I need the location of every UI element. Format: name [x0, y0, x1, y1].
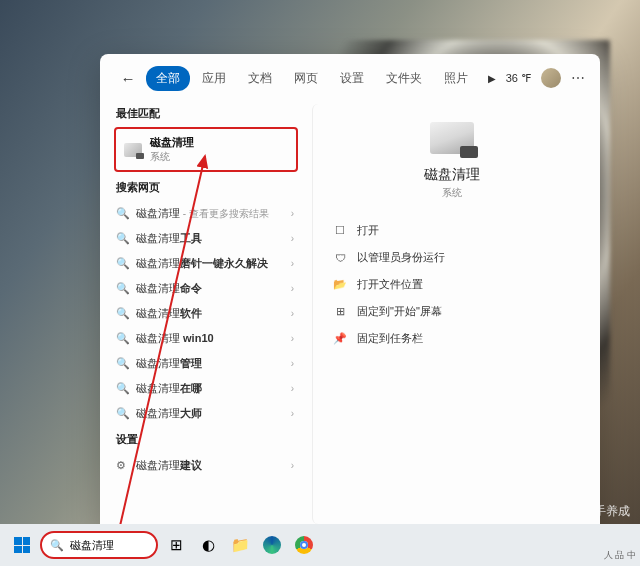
web-search-item-2[interactable]: 🔍磁盘清理磨针一键永久解决›: [114, 251, 308, 276]
web-item-text: 磁盘清理大师: [136, 406, 291, 421]
web-item-text: 磁盘清理管理: [136, 356, 291, 371]
web-item-text: 磁盘清理命令: [136, 281, 291, 296]
search-panel: ← 全部应用文档网页设置文件夹照片 ▶ 36 ℉ ⋯ 最佳匹配 磁盘清理 系统 …: [100, 54, 600, 534]
web-item-text: 磁盘清理 - 查看更多搜索结果: [136, 206, 291, 221]
open-icon: ☐: [333, 224, 347, 237]
file-explorer-button[interactable]: 📁: [226, 531, 254, 559]
user-avatar[interactable]: [541, 68, 561, 88]
chevron-right-icon: ›: [291, 308, 294, 319]
chevron-right-icon: ›: [291, 208, 294, 219]
settings-icon: ⚙: [116, 459, 130, 472]
settings-item-text: 磁盘清理建议: [136, 458, 291, 473]
app-title: 磁盘清理: [424, 166, 480, 184]
results-column: 最佳匹配 磁盘清理 系统 搜索网页 🔍磁盘清理 - 查看更多搜索结果›🔍磁盘清理…: [100, 100, 308, 534]
ime-indicator[interactable]: 人 品 中: [604, 549, 636, 562]
search-icon: 🔍: [116, 407, 130, 420]
action-open[interactable]: ☐打开: [327, 218, 576, 243]
best-match-title: 磁盘清理: [150, 135, 194, 150]
taskbar: 🔍 ⊞ ◐ 📁: [0, 524, 640, 566]
app-subtitle: 系统: [442, 186, 462, 200]
settings-suggestion-item[interactable]: ⚙ 磁盘清理建议 ›: [114, 453, 308, 478]
edge-button[interactable]: [258, 531, 286, 559]
settings-label: 设置: [116, 432, 308, 447]
search-icon: 🔍: [116, 307, 130, 320]
chevron-right-icon: ›: [291, 460, 294, 471]
chevron-right-icon: ›: [291, 383, 294, 394]
admin-icon: 🛡: [333, 252, 347, 264]
filter-tab-6[interactable]: 照片: [434, 66, 478, 91]
web-search-item-8[interactable]: 🔍磁盘清理大师›: [114, 401, 308, 426]
folder-icon: 📂: [333, 278, 347, 291]
task-view-button[interactable]: ⊞: [162, 531, 190, 559]
disk-cleanup-icon: [124, 143, 142, 157]
edge-icon: [263, 536, 281, 554]
chevron-right-icon: ›: [291, 333, 294, 344]
chrome-icon: [295, 536, 313, 554]
action-pin-start[interactable]: ⊞固定到"开始"屏幕: [327, 299, 576, 324]
search-icon: 🔍: [116, 357, 130, 370]
filter-tab-4[interactable]: 设置: [330, 66, 374, 91]
action-label: 固定到任务栏: [357, 331, 423, 346]
web-search-item-4[interactable]: 🔍磁盘清理软件›: [114, 301, 308, 326]
web-item-text: 磁盘清理 win10: [136, 331, 291, 346]
web-item-text: 磁盘清理软件: [136, 306, 291, 321]
web-search-item-7[interactable]: 🔍磁盘清理在哪›: [114, 376, 308, 401]
start-button[interactable]: [8, 531, 36, 559]
best-match-result[interactable]: 磁盘清理 系统: [114, 127, 298, 172]
action-label: 固定到"开始"屏幕: [357, 304, 442, 319]
web-search-item-6[interactable]: 🔍磁盘清理管理›: [114, 351, 308, 376]
action-admin[interactable]: 🛡以管理员身份运行: [327, 245, 576, 270]
chevron-right-icon: ›: [291, 408, 294, 419]
web-item-text: 磁盘清理在哪: [136, 381, 291, 396]
chevron-right-icon: ›: [291, 258, 294, 269]
filter-tab-5[interactable]: 文件夹: [376, 66, 432, 91]
search-icon: 🔍: [116, 257, 130, 270]
web-search-item-0[interactable]: 🔍磁盘清理 - 查看更多搜索结果›: [114, 201, 308, 226]
action-label: 打开文件位置: [357, 277, 423, 292]
pin-start-icon: ⊞: [333, 305, 347, 318]
search-icon: 🔍: [116, 207, 130, 220]
web-search-item-5[interactable]: 🔍磁盘清理 win10›: [114, 326, 308, 351]
best-match-label: 最佳匹配: [116, 106, 308, 121]
chevron-right-icon: ›: [291, 358, 294, 369]
web-search-item-3[interactable]: 🔍磁盘清理命令›: [114, 276, 308, 301]
search-icon: 🔍: [116, 232, 130, 245]
web-search-label: 搜索网页: [116, 180, 308, 195]
weather-widget[interactable]: 36 ℉: [506, 72, 531, 85]
action-label: 打开: [357, 223, 379, 238]
filter-tab-1[interactable]: 应用: [192, 66, 236, 91]
more-options-icon[interactable]: ⋯: [571, 70, 586, 86]
back-button[interactable]: ←: [114, 64, 142, 92]
search-icon: 🔍: [116, 282, 130, 295]
filter-tab-3[interactable]: 网页: [284, 66, 328, 91]
filter-tab-0[interactable]: 全部: [146, 66, 190, 91]
action-pin-task[interactable]: 📌固定到任务栏: [327, 326, 576, 351]
taskbar-search-box[interactable]: 🔍: [40, 531, 158, 559]
best-match-sub: 系统: [150, 150, 194, 164]
search-icon: 🔍: [116, 382, 130, 395]
chrome-button[interactable]: [290, 531, 318, 559]
action-label: 以管理员身份运行: [357, 250, 445, 265]
search-icon: 🔍: [50, 539, 64, 552]
chevron-right-icon: ›: [291, 233, 294, 244]
details-pane: 磁盘清理 系统 ☐打开🛡以管理员身份运行📂打开文件位置⊞固定到"开始"屏幕📌固定…: [312, 104, 590, 524]
web-item-text: 磁盘清理工具: [136, 231, 291, 246]
search-icon: 🔍: [116, 332, 130, 345]
windows-logo-icon: [14, 537, 30, 553]
web-item-text: 磁盘清理磨针一键永久解决: [136, 256, 291, 271]
pin-task-icon: 📌: [333, 332, 347, 345]
filter-tab-2[interactable]: 文档: [238, 66, 282, 91]
chevron-right-icon: ›: [291, 283, 294, 294]
play-icon[interactable]: ▶: [488, 73, 496, 84]
disk-cleanup-icon-large: [430, 122, 474, 154]
action-folder[interactable]: 📂打开文件位置: [327, 272, 576, 297]
panel-header: ← 全部应用文档网页设置文件夹照片 ▶ 36 ℉ ⋯: [100, 54, 600, 100]
taskbar-search-input[interactable]: [70, 539, 148, 551]
widgets-button[interactable]: ◐: [194, 531, 222, 559]
web-search-item-1[interactable]: 🔍磁盘清理工具›: [114, 226, 308, 251]
